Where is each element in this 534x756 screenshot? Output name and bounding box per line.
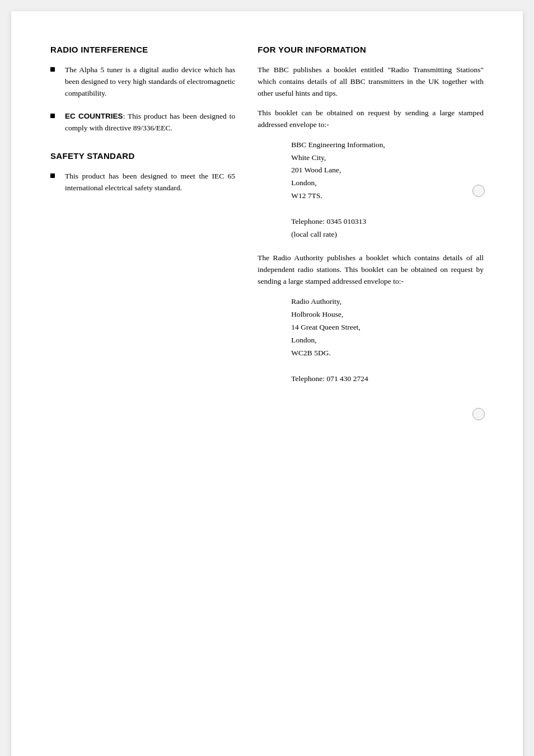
radio-address-line2: Holbrook House,	[291, 308, 484, 321]
bbc-address-line4: London,	[291, 177, 484, 190]
left-column: RADIO INTERFERENCE The Alpha 5 tuner is …	[50, 45, 235, 396]
radio-interference-list: The Alpha 5 tuner is a digital audio dev…	[50, 64, 235, 134]
safety-standard-heading: SAFETY STANDARD	[50, 151, 235, 161]
radio-interference-heading: RADIO INTERFERENCE	[50, 45, 235, 54]
safety-bullet-1: This product has been designed to meet t…	[50, 171, 235, 194]
radio-address-line5: WC2B 5DG.	[291, 347, 484, 360]
radio-interference-section: RADIO INTERFERENCE The Alpha 5 tuner is …	[50, 45, 235, 134]
radio-address-line3: 14 Great Queen Street,	[291, 321, 484, 334]
safety-bullet-1-text: This product has been designed to meet t…	[65, 171, 235, 194]
bbc-address: BBC Engineering Information, White City,…	[291, 139, 484, 242]
radio-bullet-2: EC COUNTRIES: This product has been desi…	[50, 111, 235, 134]
bbc-booklet-para1: The BBC publishes a booklet entitled "Ra…	[257, 64, 484, 100]
radio-address-line4: London,	[291, 334, 484, 347]
bbc-address-line3: 201 Wood Lane,	[291, 164, 484, 177]
bullet-square-2	[50, 114, 55, 118]
radio-authority-para: The Radio Authority publishes a booklet …	[257, 252, 484, 288]
circle-decoration-bottom	[472, 408, 485, 420]
page: RADIO INTERFERENCE The Alpha 5 tuner is …	[11, 11, 523, 756]
ec-countries-term: EC COUNTRIES	[65, 112, 123, 120]
right-column: FOR YOUR INFORMATION The BBC publishes a…	[257, 45, 484, 396]
bbc-address-line1: BBC Engineering Information,	[291, 139, 484, 152]
bbc-booklet-para2: This booklet can be obtained on request …	[257, 107, 484, 131]
bbc-telephone-note: (local call rate)	[291, 228, 484, 241]
circle-decoration-top	[472, 185, 485, 197]
radio-authority-address: Radio Authority, Holbrook House, 14 Grea…	[291, 295, 484, 386]
two-column-layout: RADIO INTERFERENCE The Alpha 5 tuner is …	[50, 45, 484, 396]
bbc-address-line2: White City,	[291, 152, 484, 165]
safety-standard-section: SAFETY STANDARD This product has been de…	[50, 151, 235, 194]
radio-address-line1: Radio Authority,	[291, 295, 484, 308]
radio-bullet-1: The Alpha 5 tuner is a digital audio dev…	[50, 64, 235, 100]
bbc-telephone: Telephone: 0345 010313	[291, 215, 484, 228]
radio-bullet-2-text: EC COUNTRIES: This product has been desi…	[65, 111, 235, 134]
radio-bullet-1-text: The Alpha 5 tuner is a digital audio dev…	[65, 64, 235, 100]
bullet-square-3	[50, 173, 55, 178]
safety-standard-list: This product has been designed to meet t…	[50, 171, 235, 194]
bullet-square-1	[50, 67, 55, 72]
for-your-information-heading: FOR YOUR INFORMATION	[257, 45, 484, 54]
bbc-address-line5: W12 7TS.	[291, 190, 484, 203]
radio-telephone: Telephone: 071 430 2724	[291, 373, 484, 386]
